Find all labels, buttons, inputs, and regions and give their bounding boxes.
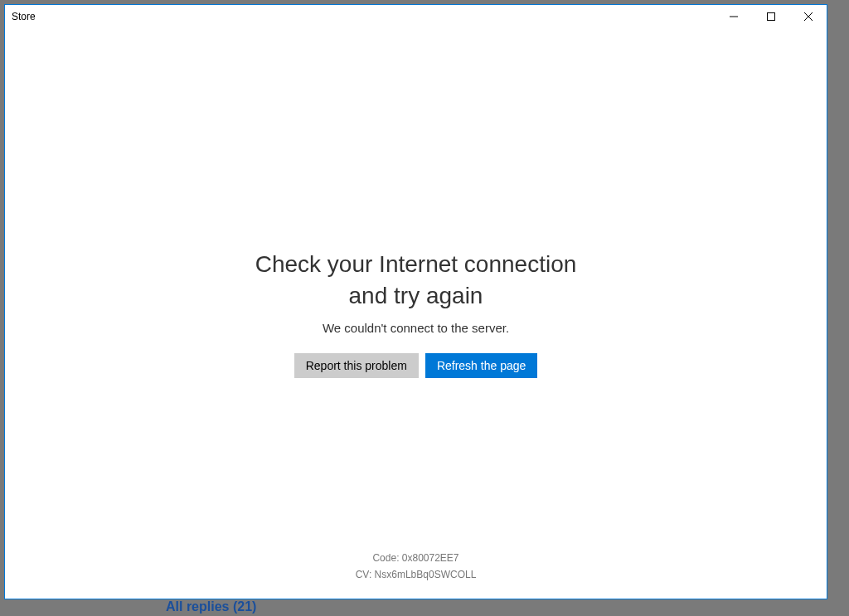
error-code-line: Code: 0x80072EE7 xyxy=(5,551,827,566)
code-label: Code: xyxy=(372,552,399,564)
minimize-icon xyxy=(730,12,738,21)
cv-line: CV: Nsx6mLbBq0SWCOLL xyxy=(5,567,827,583)
content-area: Check your Internet connection and try a… xyxy=(5,28,827,599)
error-heading: Check your Internet connection and try a… xyxy=(255,249,577,312)
refresh-page-button[interactable]: Refresh the page xyxy=(425,353,537,378)
code-value: 0x80072EE7 xyxy=(402,552,459,564)
maximize-button[interactable] xyxy=(752,5,789,28)
svg-rect-1 xyxy=(767,13,774,21)
error-subtext: We couldn't connect to the server. xyxy=(323,321,509,335)
background-replies-text: All replies (21) xyxy=(166,599,256,614)
window-controls xyxy=(715,5,827,28)
report-problem-button[interactable]: Report this problem xyxy=(294,353,419,378)
cv-label: CV: xyxy=(356,569,372,580)
minimize-button[interactable] xyxy=(715,5,752,28)
window-title: Store xyxy=(12,11,36,22)
store-window: Store Check your Internet connection and… xyxy=(4,4,827,599)
button-row: Report this problem Refresh the page xyxy=(294,353,538,378)
maximize-icon xyxy=(767,12,775,21)
close-icon xyxy=(804,12,813,21)
titlebar: Store xyxy=(5,5,827,28)
close-button[interactable] xyxy=(789,5,827,28)
footer-codes: Code: 0x80072EE7 CV: Nsx6mLbBq0SWCOLL xyxy=(5,550,827,584)
cv-value: Nsx6mLbBq0SWCOLL xyxy=(375,569,477,580)
